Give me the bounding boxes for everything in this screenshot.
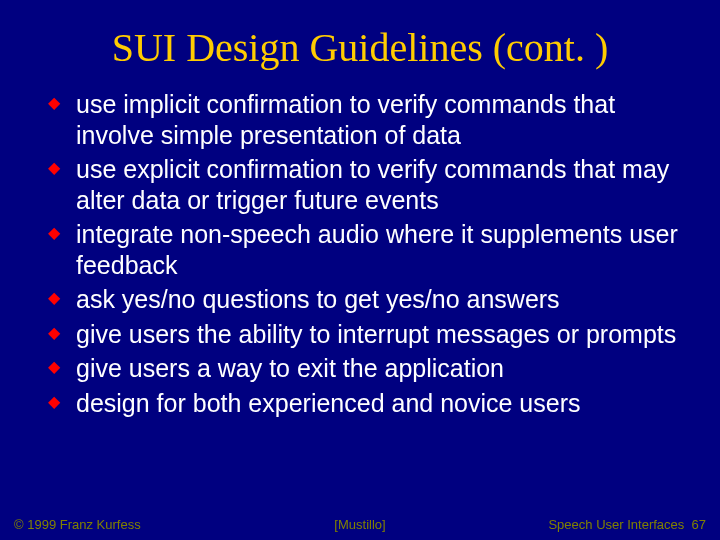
list-item: give users the ability to interrupt mess…	[48, 319, 680, 350]
footer-label: Speech User Interfaces	[548, 517, 684, 532]
bullet-list: use implicit confirmation to verify comm…	[48, 89, 680, 418]
footer-page-number: 67	[692, 517, 706, 532]
slide-title: SUI Design Guidelines (cont. )	[40, 24, 680, 71]
list-item: design for both experienced and novice u…	[48, 388, 680, 419]
list-item: use explicit confirmation to verify comm…	[48, 154, 680, 215]
footer-copyright: © 1999 Franz Kurfess	[14, 517, 141, 532]
list-item: use implicit confirmation to verify comm…	[48, 89, 680, 150]
list-item: ask yes/no questions to get yes/no answe…	[48, 284, 680, 315]
footer-citation: [Mustillo]	[334, 517, 385, 532]
list-item: integrate non-speech audio where it supp…	[48, 219, 680, 280]
slide: SUI Design Guidelines (cont. ) use impli…	[0, 0, 720, 540]
list-item: give users a way to exit the application	[48, 353, 680, 384]
footer-page: Speech User Interfaces 67	[548, 517, 706, 532]
